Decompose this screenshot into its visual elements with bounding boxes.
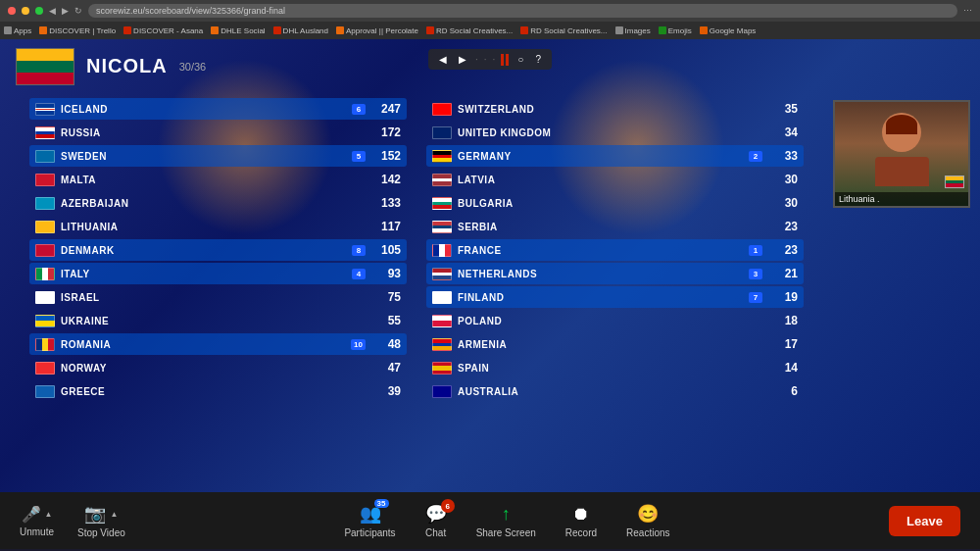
flag-azerbaijan xyxy=(35,197,55,210)
bookmark-asana[interactable]: DISCOVER - Asana xyxy=(123,26,203,35)
window-close-dot[interactable] xyxy=(8,7,16,15)
flag-iceland xyxy=(35,103,55,116)
score-row: UNITED KINGDOM34 xyxy=(426,122,804,143)
toolbar-center: 👥 35 Participants 💬 6 Chat ↑ Share Scree… xyxy=(344,503,669,538)
share-screen-button[interactable]: ↑ Share Screen xyxy=(476,504,536,538)
mic-icon: 🎤 xyxy=(22,505,41,524)
participants-label: Participants xyxy=(344,527,395,538)
score-row: NETHERLANDS321 xyxy=(426,263,804,284)
bookmark-dhle[interactable]: DHLE Social xyxy=(211,26,265,35)
camera-preview: Lithuania . xyxy=(833,100,970,208)
address-bar[interactable]: scorewiz.eu/scoreboard/view/325366/grand… xyxy=(88,4,957,18)
country-name: ICELAND xyxy=(61,104,346,115)
score-row: UKRAINE55 xyxy=(29,310,407,331)
bookmark-apps-label: Apps xyxy=(14,26,31,35)
record-button[interactable]: ⏺ Record xyxy=(565,504,597,538)
scores-left-column: ICELAND6247RUSSIA172SWEDEN5152MALTA142AZ… xyxy=(20,98,416,482)
flag-latvia xyxy=(432,174,452,186)
participants-button[interactable]: 👥 35 Participants xyxy=(344,503,395,538)
country-name: UKRAINE xyxy=(61,316,366,326)
extensions-area: ⋯ xyxy=(963,6,972,16)
score-points: 142 xyxy=(371,173,401,186)
score-badge: 8 xyxy=(352,245,366,256)
country-name: DENMARK xyxy=(61,245,346,256)
country-name: MALTA xyxy=(61,175,366,185)
unmute-caret: ▲ xyxy=(45,510,53,519)
score-points: 23 xyxy=(768,243,798,257)
browser-bar: ◀ ▶ ↻ scorewiz.eu/scoreboard/view/325366… xyxy=(0,0,980,22)
flag-armenia xyxy=(432,338,452,351)
score-points: 152 xyxy=(371,149,401,163)
trello-icon xyxy=(39,26,47,34)
rd1-icon xyxy=(426,26,434,34)
score-points: 39 xyxy=(371,384,401,398)
score-row: SPAIN14 xyxy=(426,357,804,378)
scores-wrapper: ICELAND6247RUSSIA172SWEDEN5152MALTA142AZ… xyxy=(20,98,813,482)
bookmark-images[interactable]: Images xyxy=(615,26,651,35)
camera-flag xyxy=(945,175,964,188)
dhl-ausland-icon xyxy=(273,26,281,34)
bookmark-trello-label: DISCOVER | Trello xyxy=(49,26,116,35)
bookmark-emojis[interactable]: Emojis xyxy=(659,26,692,35)
bookmark-rd2[interactable]: RD Social Creatives... xyxy=(520,26,607,35)
country-name: ROMANIA xyxy=(61,339,345,350)
score-row: SWEDEN5152 xyxy=(29,145,407,167)
score-points: 55 xyxy=(371,314,401,327)
country-name: GREECE xyxy=(61,386,366,397)
toolbar-left: 🎤 ▲ Unmute 📷 ▲ Stop Video xyxy=(20,503,125,538)
bookmark-rd1[interactable]: RD Social Creatives... xyxy=(426,26,513,35)
bookmark-images-label: Images xyxy=(625,26,651,35)
flag-poland xyxy=(432,315,452,327)
bookmark-approval[interactable]: Approval || Percolate xyxy=(336,26,418,35)
score-row: ITALY493 xyxy=(29,263,407,284)
bookmark-apps[interactable]: Apps xyxy=(4,26,31,35)
pause-button[interactable] xyxy=(501,54,509,66)
unmute-button[interactable]: 🎤 ▲ Unmute xyxy=(20,505,54,537)
video-caret: ▲ xyxy=(110,510,118,519)
bookmark-trello[interactable]: DISCOVER | Trello xyxy=(39,26,116,35)
ctrl-question[interactable]: ? xyxy=(532,52,544,67)
bookmark-dhl-ausland[interactable]: DHL Ausland xyxy=(273,26,328,35)
window-minimize-dot[interactable] xyxy=(22,7,29,15)
flag-malta xyxy=(35,174,55,186)
participants-badge: 35 xyxy=(374,499,389,508)
score-row: GREECE39 xyxy=(29,380,407,402)
reactions-icon: 😊 xyxy=(637,503,659,525)
country-name: LITHUANIA xyxy=(61,222,366,232)
stop-video-button[interactable]: 📷 ▲ Stop Video xyxy=(77,503,125,538)
score-badge: 5 xyxy=(352,151,366,162)
score-row: ROMANIA1048 xyxy=(29,333,407,355)
score-row: ICELAND6247 xyxy=(29,98,407,120)
window-maximize-dot[interactable] xyxy=(35,7,43,15)
flag-spain xyxy=(432,362,452,375)
prev-button[interactable]: ◀ xyxy=(436,52,450,67)
score-row: DENMARK8105 xyxy=(29,239,407,261)
back-button[interactable]: ◀ xyxy=(49,6,56,16)
score-points: 133 xyxy=(371,196,401,210)
leave-button[interactable]: Leave xyxy=(889,506,960,536)
record-icon: ⏺ xyxy=(572,504,590,525)
reactions-button[interactable]: 😊 Reactions xyxy=(626,503,669,538)
next-button[interactable]: ▶ xyxy=(456,52,469,67)
country-name: GERMANY xyxy=(458,151,743,162)
bookmark-dhl-ausland-label: DHL Ausland xyxy=(283,26,328,35)
chat-button[interactable]: 💬 6 Chat xyxy=(425,503,447,538)
country-name: FINLAND xyxy=(458,292,743,303)
ctrl-separator3: · xyxy=(493,54,496,65)
flag-serbia xyxy=(432,221,452,233)
bookmark-emojis-label: Emojis xyxy=(668,26,692,35)
bookmark-maps[interactable]: Google Maps xyxy=(700,26,757,35)
score-row: ARMENIA17 xyxy=(426,333,804,355)
ctrl-unknown[interactable]: ○ xyxy=(514,52,526,67)
url-text: scorewiz.eu/scoreboard/view/325366/grand… xyxy=(96,6,285,16)
scores-right-column: SWITZERLAND35UNITED KINGDOM34GERMANY233L… xyxy=(416,98,813,482)
refresh-button[interactable]: ↻ xyxy=(74,6,82,16)
bookmark-approval-label: Approval || Percolate xyxy=(346,26,418,35)
score-row: LATVIA30 xyxy=(426,169,804,190)
apps-icon xyxy=(4,26,12,34)
dhle-icon xyxy=(211,26,219,34)
score-points: 47 xyxy=(371,361,401,375)
ctrl-separator2: · xyxy=(484,54,487,65)
forward-button[interactable]: ▶ xyxy=(62,6,69,16)
score-row: GERMANY233 xyxy=(426,145,804,167)
